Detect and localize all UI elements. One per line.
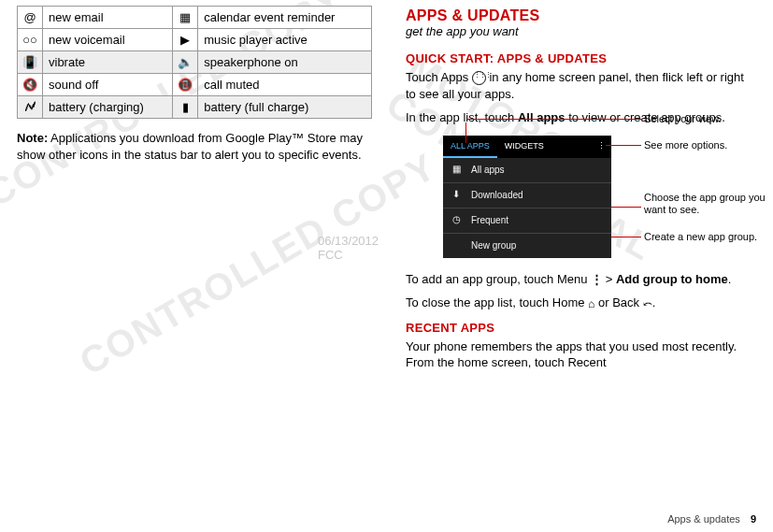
subheading-quick-start: QUICK START: APPS & UPDATES [406, 51, 756, 65]
section-tagline: get the app you want [406, 24, 756, 38]
menu-label: All apps [471, 165, 505, 175]
battery-charging-icon: 🗲 [18, 96, 43, 119]
menu-item-new-group: New group [443, 234, 611, 258]
vibrate-icon: 📳 [18, 51, 43, 74]
battery-full-icon: ▮ [173, 96, 198, 119]
download-icon: ⬇ [452, 189, 465, 202]
table-row: 📳 vibrate 🔈 speakerphone on [18, 51, 372, 74]
menu-label: Frequent [471, 215, 508, 225]
overflow-menu-icon: ⋮ [590, 136, 611, 158]
menu-label: New group [471, 240, 516, 251]
tab-all-apps: ALL APPS [443, 136, 497, 158]
apps-circle-icon [472, 71, 486, 85]
icon-label: battery (charging) [43, 96, 173, 119]
status-icons-table: @ new email ▦ calendar event reminder ○○… [17, 6, 372, 119]
menu-item-downloaded: ⬇Downloaded [443, 183, 611, 208]
voicemail-icon: ○○ [18, 29, 43, 51]
text-fragment: To add an app group, touch Menu [406, 272, 591, 286]
call-muted-icon: 📵 [173, 74, 198, 96]
table-row: ○○ new voicemail ▶ music player active [18, 29, 372, 51]
icon-label: new voicemail [43, 29, 173, 51]
menu-item-all-apps: ▦All apps [443, 158, 611, 183]
quick-start-paragraph-1: Touch Apps in any home screen panel, the… [406, 69, 756, 102]
text-fragment: Touch Apps [406, 70, 472, 84]
text-fragment: or Back [594, 295, 642, 309]
subheading-recent-apps: RECENT APPS [406, 321, 756, 335]
table-row: 🗲 battery (charging) ▮ battery (full cha… [18, 96, 372, 119]
speaker-icon: 🔈 [173, 51, 198, 74]
add-group-paragraph: To add an app group, touch Menu ⋮ > Add … [406, 271, 756, 288]
table-row: 🔇 sound off 📵 call muted [18, 74, 372, 96]
sound-off-icon: 🔇 [18, 74, 43, 96]
text-fragment: To close the app list, touch Home [406, 295, 588, 309]
icon-label: new email [43, 7, 173, 29]
text-fragment: . [652, 295, 656, 309]
note-label: Note: [17, 131, 48, 145]
menu-dots-icon: ⋮ [591, 271, 602, 288]
icon-label: call muted [198, 74, 372, 96]
email-icon: @ [18, 7, 43, 29]
icon-label: sound off [43, 74, 173, 96]
text-fragment: In the app list, touch [406, 110, 518, 124]
tab-widgets: WIDGETS [497, 136, 551, 158]
note-paragraph: Note: Applications you download from Goo… [17, 130, 372, 163]
recent-apps-paragraph: Your phone remembers the apps that you u… [406, 338, 756, 371]
icon-label: battery (full charge) [198, 96, 372, 119]
annotation-see-more: See more options. [644, 139, 727, 151]
phone-screenshot-block: ALL APPS WIDGETS ⋮ ▦All apps ⬇Downloaded… [443, 136, 756, 258]
text-fragment: > [602, 272, 616, 286]
icon-label: calendar event reminder [198, 7, 372, 29]
music-play-icon: ▶ [173, 29, 198, 51]
annotation-create-group: Create a new app group. [644, 231, 757, 242]
icon-label: vibrate [43, 51, 173, 74]
phone-ui: ALL APPS WIDGETS ⋮ ▦All apps ⬇Downloaded… [443, 136, 611, 258]
note-text: Applications you download from Google Pl… [17, 131, 363, 162]
section-heading-apps-updates: APPS & UPDATES [406, 7, 756, 24]
icon-label: music player active [198, 29, 372, 51]
annotation-select-view: Select your view. [644, 113, 722, 124]
table-row: @ new email ▦ calendar event reminder [18, 7, 372, 29]
icon-label: speakerphone on [198, 51, 372, 74]
blank-icon [452, 239, 465, 252]
add-group-strong: Add group to home [616, 272, 728, 286]
annotation-choose-group: Choose the app group you want to see. [644, 192, 773, 216]
clock-icon: ◷ [452, 214, 465, 227]
grid-icon: ▦ [452, 164, 465, 177]
close-list-paragraph: To close the app list, touch Home ⌂ or B… [406, 295, 756, 311]
text-fragment: . [728, 272, 732, 286]
menu-item-frequent: ◷Frequent [443, 208, 611, 234]
back-icon: ⤺ [643, 296, 652, 311]
menu-label: Downloaded [471, 190, 523, 200]
all-apps-strong: All apps [518, 110, 565, 124]
calendar-icon: ▦ [173, 7, 198, 29]
